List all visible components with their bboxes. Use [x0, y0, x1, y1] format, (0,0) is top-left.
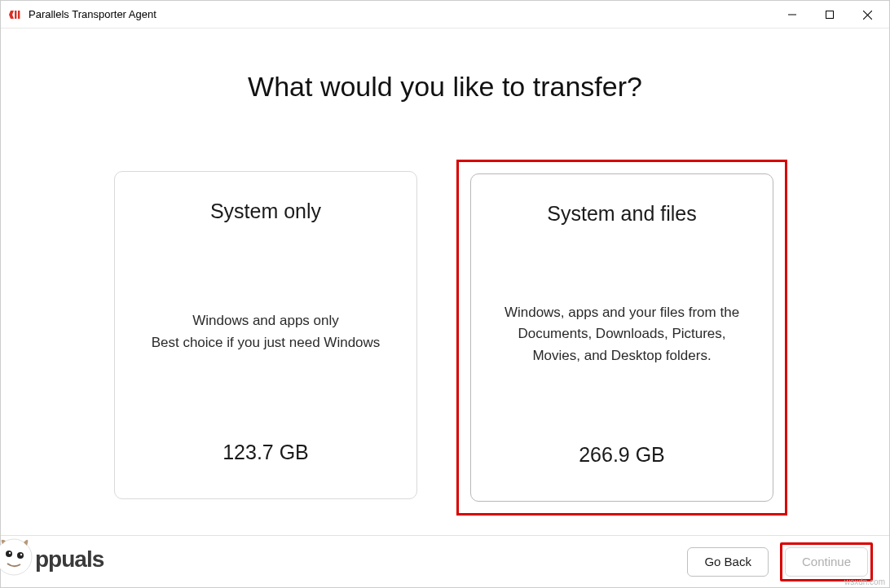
- continue-button[interactable]: Continue: [785, 547, 868, 577]
- close-button[interactable]: [848, 1, 886, 29]
- minimize-button[interactable]: [773, 1, 811, 29]
- window-title: Parallels Transporter Agent: [29, 8, 773, 20]
- option-wrapper-system-files: System and files Windows, apps and your …: [456, 160, 787, 516]
- go-back-button[interactable]: Go Back: [687, 547, 769, 577]
- maximize-button[interactable]: [811, 1, 848, 29]
- window-controls: [773, 1, 886, 28]
- watermark: wsxdn.com: [844, 577, 885, 586]
- app-window: Parallels Transporter Agent What would y…: [0, 0, 890, 588]
- footer-bar: Go Back Continue: [1, 535, 889, 587]
- option-system-and-files[interactable]: System and files Windows, apps and your …: [470, 173, 773, 502]
- svg-marker-0: [9, 11, 14, 19]
- options-container: System only Windows and apps only Best c…: [103, 160, 787, 516]
- option-size: 266.9 GB: [579, 443, 665, 467]
- continue-highlight: Continue: [780, 542, 873, 581]
- titlebar: Parallels Transporter Agent: [1, 1, 889, 29]
- option-size: 123.7 GB: [222, 441, 309, 464]
- app-icon: [9, 8, 22, 21]
- page-heading: What would you like to transfer?: [248, 71, 642, 103]
- option-wrapper-system-only: System only Windows and apps only Best c…: [103, 160, 429, 516]
- main-content: What would you like to transfer? System …: [1, 29, 889, 535]
- option-description: Windows, apps and your files from the Do…: [496, 226, 748, 443]
- option-system-only[interactable]: System only Windows and apps only Best c…: [114, 171, 417, 499]
- option-title: System and files: [547, 202, 696, 226]
- svg-rect-1: [15, 11, 16, 19]
- svg-rect-2: [18, 11, 20, 19]
- option-title: System only: [210, 200, 321, 223]
- option-description: Windows and apps only Best choice if you…: [148, 223, 384, 441]
- svg-rect-4: [826, 11, 834, 19]
